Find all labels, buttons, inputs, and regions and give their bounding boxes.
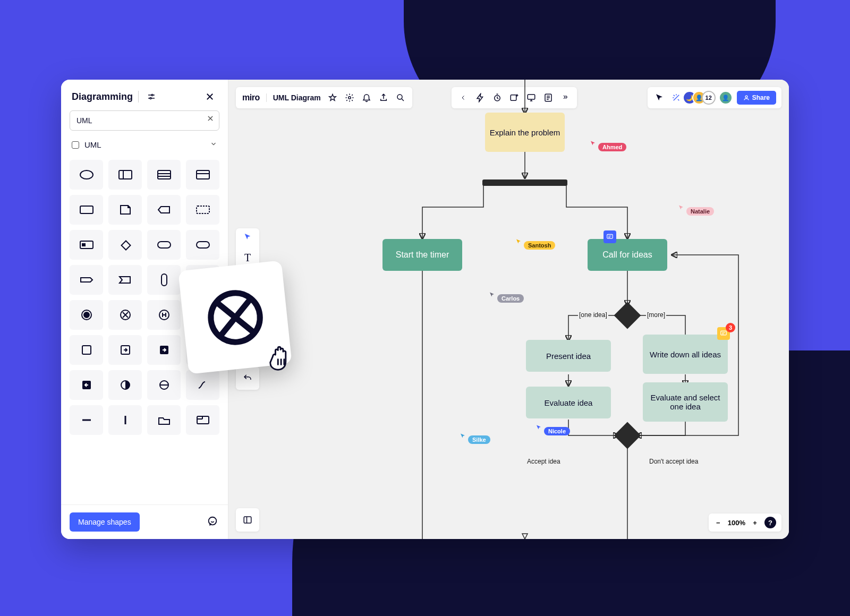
category-checkbox[interactable] [72, 141, 79, 149]
brand-logo[interactable]: miro [242, 93, 260, 102]
grab-cursor-icon [266, 340, 299, 375]
shape-diamond[interactable] [108, 230, 142, 260]
edge-label-one-idea: [one idea] [578, 311, 608, 319]
text-tool-icon[interactable]: T [244, 252, 251, 264]
feedback-icon[interactable] [207, 516, 219, 528]
search-wrap [61, 110, 228, 136]
bell-icon[interactable] [361, 92, 372, 103]
cursor-carlos: Carlos [489, 287, 524, 303]
svg-point-0 [151, 95, 153, 96]
panel-toggle-icon[interactable] [236, 508, 259, 532]
close-icon[interactable] [202, 89, 217, 104]
shape-multi-col[interactable] [147, 160, 181, 190]
shape-tag-left[interactable] [147, 195, 181, 225]
more-chevrons-icon[interactable] [558, 90, 573, 105]
manage-shapes-button[interactable]: Manage shapes [70, 512, 140, 532]
chevron-down-icon[interactable] [210, 140, 217, 149]
note-icon[interactable] [541, 90, 556, 105]
shape-frame[interactable] [70, 230, 103, 260]
shape-window[interactable] [186, 405, 219, 435]
node-present-idea[interactable]: Present idea [526, 340, 611, 372]
shape-hex-card[interactable] [186, 230, 219, 260]
settings-sliders-icon[interactable] [144, 89, 159, 104]
shape-note[interactable] [108, 195, 142, 225]
shape-square-arrow[interactable] [108, 335, 142, 365]
node-write-ideas[interactable]: Write down all ideas [643, 335, 728, 374]
document-title[interactable]: UML Diagram [266, 93, 321, 102]
svg-rect-8 [197, 170, 209, 179]
shape-ellipse[interactable] [70, 160, 103, 190]
avatar-count[interactable]: 12 [702, 91, 716, 105]
shape-pipe[interactable] [108, 405, 142, 435]
star-icon[interactable] [327, 92, 338, 103]
share-button[interactable]: Share [737, 91, 776, 105]
shape-rectangle[interactable] [70, 195, 103, 225]
magic-icon[interactable] [670, 91, 683, 104]
zoom-level[interactable]: 100% [728, 519, 745, 527]
node-start-timer[interactable]: Start the timer [382, 239, 462, 271]
shape-container[interactable] [108, 160, 142, 190]
avatar-stack[interactable]: 🌙 👤 12 👤 [687, 91, 733, 105]
shape-circle-h[interactable] [147, 300, 181, 330]
right-toolbar: 🌙 👤 12 👤 Share [648, 87, 781, 108]
search-icon[interactable] [395, 92, 406, 103]
category-row[interactable]: UML [61, 136, 228, 155]
search-clear-icon[interactable] [207, 115, 214, 124]
shape-filled-arrow-left[interactable] [70, 370, 103, 400]
notification-badge[interactable]: 3 [726, 323, 735, 332]
add-frame-icon[interactable] [507, 90, 522, 105]
shape-circle-x[interactable] [108, 300, 142, 330]
svg-point-20 [84, 312, 89, 318]
shape-filled-arrow[interactable] [147, 335, 181, 365]
zoom-control: − 100% + ? [709, 514, 781, 532]
chevron-left-icon[interactable] [456, 90, 471, 105]
zoom-out-button[interactable]: − [714, 519, 722, 527]
export-icon[interactable] [378, 92, 389, 103]
gear-icon[interactable] [344, 92, 355, 103]
present-icon[interactable] [524, 90, 539, 105]
shape-card[interactable] [186, 160, 219, 190]
node-evaluate-select[interactable]: Evaluate and select one idea [643, 382, 728, 422]
search-input[interactable] [70, 110, 219, 131]
shape-arrow-shape[interactable] [108, 265, 142, 295]
shape-minus[interactable] [70, 405, 103, 435]
undo-button[interactable] [236, 366, 259, 390]
shape-half-circle[interactable] [108, 370, 142, 400]
timer-icon[interactable] [490, 90, 505, 105]
node-call-ideas[interactable]: Call for ideas [588, 239, 667, 271]
pointer-tool-icon[interactable] [243, 233, 252, 243]
node-explain-problem[interactable]: Explain the problem [485, 113, 565, 152]
shape-folder[interactable] [147, 405, 181, 435]
avatar[interactable]: 👤 [719, 91, 733, 105]
svg-rect-15 [158, 242, 171, 248]
svg-rect-41 [528, 95, 535, 99]
decision-ideas[interactable] [614, 302, 641, 329]
bolt-icon[interactable] [473, 90, 488, 105]
shape-filled-circle[interactable] [70, 300, 103, 330]
cursor-silke: Silke [460, 428, 490, 444]
shape-curve[interactable] [186, 370, 219, 400]
comment-indicator[interactable] [604, 230, 616, 243]
help-button[interactable]: ? [764, 517, 776, 528]
cursor-nicole: Nicole [536, 420, 570, 435]
shape-square[interactable] [70, 335, 103, 365]
edge-label-accept: Accept idea [526, 458, 562, 465]
shape-pill-vert[interactable] [147, 265, 181, 295]
svg-rect-54 [721, 331, 727, 335]
decision-accept[interactable] [614, 422, 641, 449]
shape-dashed-rect[interactable] [186, 195, 219, 225]
shape-arrow-right[interactable] [70, 265, 103, 295]
svg-point-43 [745, 96, 747, 98]
svg-rect-3 [119, 170, 132, 179]
shape-rounded-rect[interactable] [147, 230, 181, 260]
canvas[interactable]: miro UML Diagram [228, 80, 789, 539]
shape-half-empty[interactable] [147, 370, 181, 400]
cursor-santosh: Santosh [515, 234, 555, 250]
sync-bar[interactable] [482, 179, 567, 186]
cursor-icon[interactable] [653, 91, 666, 104]
svg-rect-23 [82, 346, 91, 354]
zoom-in-button[interactable]: + [751, 519, 759, 527]
node-evaluate-idea[interactable]: Evaluate idea [526, 387, 611, 418]
svg-point-37 [348, 97, 351, 99]
svg-rect-5 [158, 170, 171, 179]
